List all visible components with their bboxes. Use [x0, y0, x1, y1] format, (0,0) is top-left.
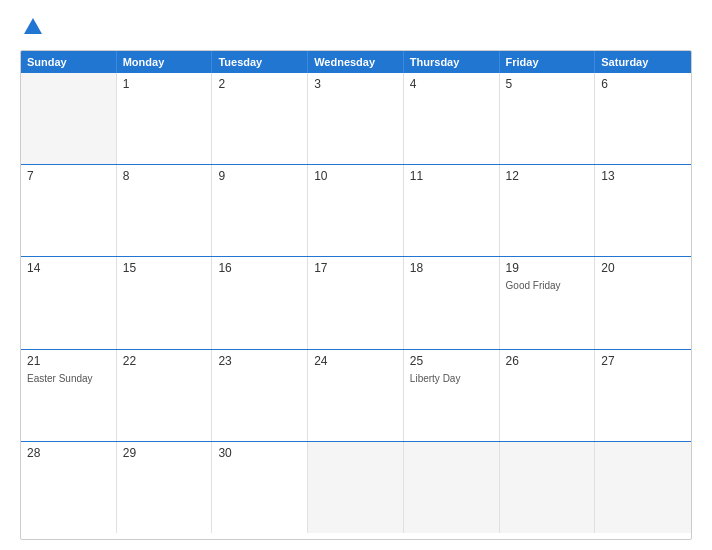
day-number: 14: [27, 261, 110, 275]
day-number: 24: [314, 354, 397, 368]
cal-cell: 20: [595, 257, 691, 348]
calendar-header-row: SundayMondayTuesdayWednesdayThursdayFrid…: [21, 51, 691, 73]
cal-week: 141516171819Good Friday20: [21, 257, 691, 349]
cal-cell: 15: [117, 257, 213, 348]
cal-cell: 9: [212, 165, 308, 256]
cal-cell: [500, 442, 596, 533]
cal-week: 123456: [21, 73, 691, 165]
day-number: 19: [506, 261, 589, 275]
day-number: 8: [123, 169, 206, 183]
calendar-body: 12345678910111213141516171819Good Friday…: [21, 73, 691, 533]
cal-header-cell: Sunday: [21, 51, 117, 73]
day-event: Good Friday: [506, 280, 561, 291]
day-number: 27: [601, 354, 685, 368]
day-number: 6: [601, 77, 685, 91]
day-number: 5: [506, 77, 589, 91]
cal-week: 78910111213: [21, 165, 691, 257]
day-number: 16: [218, 261, 301, 275]
cal-cell: 3: [308, 73, 404, 164]
cal-cell: 4: [404, 73, 500, 164]
cal-cell: 29: [117, 442, 213, 533]
cal-cell: 22: [117, 350, 213, 441]
cal-cell: 28: [21, 442, 117, 533]
cal-cell: 7: [21, 165, 117, 256]
cal-cell: 16: [212, 257, 308, 348]
day-number: 28: [27, 446, 110, 460]
cal-cell: 11: [404, 165, 500, 256]
day-number: 7: [27, 169, 110, 183]
calendar: SundayMondayTuesdayWednesdayThursdayFrid…: [20, 50, 692, 540]
day-number: 17: [314, 261, 397, 275]
cal-week: 282930: [21, 442, 691, 533]
cal-cell: 2: [212, 73, 308, 164]
cal-cell: [595, 442, 691, 533]
day-number: 4: [410, 77, 493, 91]
day-event: Liberty Day: [410, 373, 461, 384]
day-number: 1: [123, 77, 206, 91]
day-number: 23: [218, 354, 301, 368]
cal-header-cell: Wednesday: [308, 51, 404, 73]
day-number: 3: [314, 77, 397, 91]
cal-cell: 6: [595, 73, 691, 164]
day-number: 18: [410, 261, 493, 275]
cal-cell: 14: [21, 257, 117, 348]
cal-cell: 27: [595, 350, 691, 441]
cal-week: 21Easter Sunday22232425Liberty Day2627: [21, 350, 691, 442]
day-number: 20: [601, 261, 685, 275]
cal-cell: [21, 73, 117, 164]
cal-cell: 25Liberty Day: [404, 350, 500, 441]
day-number: 29: [123, 446, 206, 460]
day-number: 15: [123, 261, 206, 275]
day-number: 22: [123, 354, 206, 368]
cal-cell: [404, 442, 500, 533]
cal-cell: 26: [500, 350, 596, 441]
cal-cell: 18: [404, 257, 500, 348]
cal-cell: 23: [212, 350, 308, 441]
cal-cell: 17: [308, 257, 404, 348]
cal-cell: 8: [117, 165, 213, 256]
cal-cell: [308, 442, 404, 533]
cal-cell: 13: [595, 165, 691, 256]
cal-cell: 1: [117, 73, 213, 164]
cal-header-cell: Saturday: [595, 51, 691, 73]
cal-cell: 12: [500, 165, 596, 256]
svg-marker-0: [24, 18, 42, 34]
cal-cell: 30: [212, 442, 308, 533]
cal-header-cell: Tuesday: [212, 51, 308, 73]
header: [20, 16, 692, 40]
day-number: 25: [410, 354, 493, 368]
day-number: 30: [218, 446, 301, 460]
logo: [20, 16, 44, 40]
day-number: 13: [601, 169, 685, 183]
cal-cell: 19Good Friday: [500, 257, 596, 348]
cal-header-cell: Thursday: [404, 51, 500, 73]
day-number: 21: [27, 354, 110, 368]
cal-cell: 10: [308, 165, 404, 256]
day-number: 26: [506, 354, 589, 368]
day-event: Easter Sunday: [27, 373, 93, 384]
day-number: 11: [410, 169, 493, 183]
day-number: 12: [506, 169, 589, 183]
day-number: 2: [218, 77, 301, 91]
cal-cell: 21Easter Sunday: [21, 350, 117, 441]
cal-cell: 5: [500, 73, 596, 164]
logo-icon: [22, 16, 44, 38]
day-number: 9: [218, 169, 301, 183]
cal-cell: 24: [308, 350, 404, 441]
page: SundayMondayTuesdayWednesdayThursdayFrid…: [0, 0, 712, 550]
cal-header-cell: Monday: [117, 51, 213, 73]
day-number: 10: [314, 169, 397, 183]
cal-header-cell: Friday: [500, 51, 596, 73]
